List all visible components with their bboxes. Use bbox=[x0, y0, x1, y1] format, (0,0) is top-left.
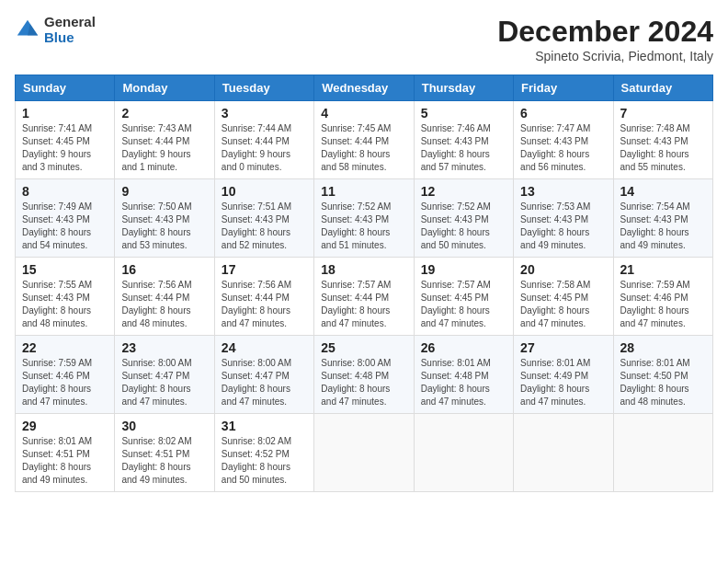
table-cell: 29 Sunrise: 8:01 AM Sunset: 4:51 PM Dayl… bbox=[16, 414, 115, 492]
day-info: Sunrise: 8:01 AM Sunset: 4:48 PM Dayligh… bbox=[421, 357, 506, 408]
table-cell: 2 Sunrise: 7:43 AM Sunset: 4:44 PM Dayli… bbox=[115, 101, 214, 179]
subtitle: Spineto Scrivia, Piedmont, Italy bbox=[497, 49, 713, 63]
title-block: December 2024 Spineto Scrivia, Piedmont,… bbox=[497, 15, 713, 63]
day-info: Sunrise: 7:48 AM Sunset: 4:43 PM Dayligh… bbox=[620, 122, 706, 174]
day-info: Sunrise: 8:01 AM Sunset: 4:51 PM Dayligh… bbox=[22, 435, 108, 487]
day-info: Sunrise: 7:53 AM Sunset: 4:43 PM Dayligh… bbox=[520, 201, 606, 252]
table-cell bbox=[514, 414, 613, 492]
table-cell: 5 Sunrise: 7:46 AM Sunset: 4:43 PM Dayli… bbox=[414, 101, 513, 179]
day-number: 5 bbox=[421, 106, 506, 121]
table-cell: 3 Sunrise: 7:44 AM Sunset: 4:44 PM Dayli… bbox=[214, 101, 313, 179]
day-info: Sunrise: 7:54 AM Sunset: 4:43 PM Dayligh… bbox=[620, 201, 706, 252]
day-number: 10 bbox=[222, 184, 307, 199]
day-info: Sunrise: 8:02 AM Sunset: 4:52 PM Dayligh… bbox=[222, 435, 307, 487]
table-cell: 27 Sunrise: 8:01 AM Sunset: 4:49 PM Dayl… bbox=[514, 336, 613, 414]
day-number: 6 bbox=[520, 106, 606, 121]
logo-icon bbox=[15, 17, 40, 43]
table-cell: 19 Sunrise: 7:57 AM Sunset: 4:45 PM Dayl… bbox=[414, 258, 513, 336]
day-number: 22 bbox=[22, 340, 108, 355]
table-cell: 26 Sunrise: 8:01 AM Sunset: 4:48 PM Dayl… bbox=[414, 336, 513, 414]
table-cell: 10 Sunrise: 7:51 AM Sunset: 4:43 PM Dayl… bbox=[214, 179, 313, 258]
day-number: 4 bbox=[321, 106, 406, 121]
table-cell: 16 Sunrise: 7:56 AM Sunset: 4:44 PM Dayl… bbox=[115, 258, 214, 336]
col-thursday: Thursday bbox=[414, 75, 513, 101]
day-info: Sunrise: 8:02 AM Sunset: 4:51 PM Dayligh… bbox=[121, 435, 207, 487]
logo-blue: Blue bbox=[44, 30, 96, 46]
col-wednesday: Wednesday bbox=[314, 75, 414, 101]
day-number: 29 bbox=[22, 419, 108, 433]
day-number: 21 bbox=[620, 262, 706, 277]
day-info: Sunrise: 8:00 AM Sunset: 4:47 PM Dayligh… bbox=[222, 357, 307, 408]
col-monday: Monday bbox=[115, 75, 214, 101]
calendar-week-2: 8 Sunrise: 7:49 AM Sunset: 4:43 PM Dayli… bbox=[16, 179, 713, 258]
day-info: Sunrise: 7:41 AM Sunset: 4:45 PM Dayligh… bbox=[22, 122, 108, 174]
table-cell: 23 Sunrise: 8:00 AM Sunset: 4:47 PM Dayl… bbox=[115, 336, 214, 414]
table-cell: 15 Sunrise: 7:55 AM Sunset: 4:43 PM Dayl… bbox=[16, 258, 115, 336]
table-cell: 25 Sunrise: 8:00 AM Sunset: 4:48 PM Dayl… bbox=[314, 336, 414, 414]
table-cell: 30 Sunrise: 8:02 AM Sunset: 4:51 PM Dayl… bbox=[115, 414, 214, 492]
table-cell: 12 Sunrise: 7:52 AM Sunset: 4:43 PM Dayl… bbox=[414, 179, 513, 258]
day-number: 27 bbox=[520, 340, 606, 355]
day-info: Sunrise: 7:52 AM Sunset: 4:43 PM Dayligh… bbox=[421, 201, 506, 252]
day-number: 28 bbox=[620, 340, 706, 355]
day-info: Sunrise: 8:00 AM Sunset: 4:48 PM Dayligh… bbox=[321, 357, 406, 408]
day-number: 8 bbox=[22, 184, 108, 199]
calendar-week-5: 29 Sunrise: 8:01 AM Sunset: 4:51 PM Dayl… bbox=[16, 414, 713, 492]
table-cell: 13 Sunrise: 7:53 AM Sunset: 4:43 PM Dayl… bbox=[514, 179, 613, 258]
col-friday: Friday bbox=[514, 75, 613, 101]
day-number: 19 bbox=[421, 262, 506, 277]
day-number: 23 bbox=[121, 340, 207, 355]
day-number: 12 bbox=[421, 184, 506, 199]
logo-general: General bbox=[44, 15, 96, 30]
table-cell: 7 Sunrise: 7:48 AM Sunset: 4:43 PM Dayli… bbox=[613, 101, 712, 179]
col-tuesday: Tuesday bbox=[214, 75, 313, 101]
day-info: Sunrise: 7:51 AM Sunset: 4:43 PM Dayligh… bbox=[222, 201, 307, 252]
day-number: 15 bbox=[22, 262, 108, 277]
day-info: Sunrise: 7:56 AM Sunset: 4:44 PM Dayligh… bbox=[121, 279, 207, 330]
table-cell: 9 Sunrise: 7:50 AM Sunset: 4:43 PM Dayli… bbox=[115, 179, 214, 258]
table-cell bbox=[414, 414, 513, 492]
day-number: 24 bbox=[222, 340, 307, 355]
day-info: Sunrise: 7:46 AM Sunset: 4:43 PM Dayligh… bbox=[421, 122, 506, 174]
day-info: Sunrise: 7:43 AM Sunset: 4:44 PM Dayligh… bbox=[121, 122, 207, 174]
day-number: 13 bbox=[520, 184, 606, 199]
table-cell bbox=[613, 414, 712, 492]
day-info: Sunrise: 8:00 AM Sunset: 4:47 PM Dayligh… bbox=[121, 357, 207, 408]
month-title: December 2024 bbox=[497, 15, 713, 49]
logo: General Blue bbox=[15, 15, 96, 45]
day-info: Sunrise: 7:45 AM Sunset: 4:44 PM Dayligh… bbox=[321, 122, 406, 174]
table-cell: 8 Sunrise: 7:49 AM Sunset: 4:43 PM Dayli… bbox=[16, 179, 115, 258]
day-number: 9 bbox=[121, 184, 207, 199]
day-info: Sunrise: 7:49 AM Sunset: 4:43 PM Dayligh… bbox=[22, 201, 108, 252]
day-number: 2 bbox=[121, 106, 207, 121]
day-info: Sunrise: 7:56 AM Sunset: 4:44 PM Dayligh… bbox=[222, 279, 307, 330]
day-info: Sunrise: 7:57 AM Sunset: 4:44 PM Dayligh… bbox=[321, 279, 406, 330]
day-number: 18 bbox=[321, 262, 406, 277]
day-number: 16 bbox=[121, 262, 207, 277]
day-info: Sunrise: 7:50 AM Sunset: 4:43 PM Dayligh… bbox=[121, 201, 207, 252]
day-info: Sunrise: 7:47 AM Sunset: 4:43 PM Dayligh… bbox=[520, 122, 606, 174]
table-cell: 1 Sunrise: 7:41 AM Sunset: 4:45 PM Dayli… bbox=[16, 101, 115, 179]
day-number: 7 bbox=[620, 106, 706, 121]
calendar-week-3: 15 Sunrise: 7:55 AM Sunset: 4:43 PM Dayl… bbox=[16, 258, 713, 336]
day-number: 25 bbox=[321, 340, 406, 355]
table-cell: 24 Sunrise: 8:00 AM Sunset: 4:47 PM Dayl… bbox=[214, 336, 313, 414]
day-info: Sunrise: 7:52 AM Sunset: 4:43 PM Dayligh… bbox=[321, 201, 406, 252]
day-info: Sunrise: 7:55 AM Sunset: 4:43 PM Dayligh… bbox=[22, 279, 108, 330]
table-cell: 14 Sunrise: 7:54 AM Sunset: 4:43 PM Dayl… bbox=[613, 179, 712, 258]
table-cell: 18 Sunrise: 7:57 AM Sunset: 4:44 PM Dayl… bbox=[314, 258, 414, 336]
table-cell: 20 Sunrise: 7:58 AM Sunset: 4:45 PM Dayl… bbox=[514, 258, 613, 336]
table-cell: 17 Sunrise: 7:56 AM Sunset: 4:44 PM Dayl… bbox=[214, 258, 313, 336]
table-cell: 6 Sunrise: 7:47 AM Sunset: 4:43 PM Dayli… bbox=[514, 101, 613, 179]
day-info: Sunrise: 7:44 AM Sunset: 4:44 PM Dayligh… bbox=[222, 122, 307, 174]
day-info: Sunrise: 7:57 AM Sunset: 4:45 PM Dayligh… bbox=[421, 279, 506, 330]
day-number: 17 bbox=[222, 262, 307, 277]
col-sunday: Sunday bbox=[16, 75, 115, 101]
col-saturday: Saturday bbox=[613, 75, 712, 101]
day-info: Sunrise: 8:01 AM Sunset: 4:49 PM Dayligh… bbox=[520, 357, 606, 408]
table-cell: 31 Sunrise: 8:02 AM Sunset: 4:52 PM Dayl… bbox=[214, 414, 313, 492]
day-info: Sunrise: 8:01 AM Sunset: 4:50 PM Dayligh… bbox=[620, 357, 706, 408]
calendar-week-4: 22 Sunrise: 7:59 AM Sunset: 4:46 PM Dayl… bbox=[16, 336, 713, 414]
day-number: 20 bbox=[520, 262, 606, 277]
table-cell: 4 Sunrise: 7:45 AM Sunset: 4:44 PM Dayli… bbox=[314, 101, 414, 179]
